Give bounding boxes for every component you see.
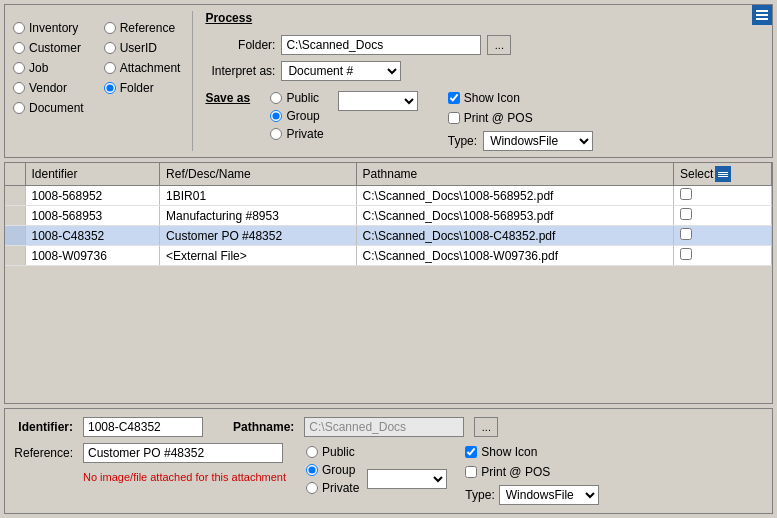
- show-icon-label-top: Show Icon: [464, 91, 520, 105]
- type-label-bottom: Type:: [465, 488, 494, 502]
- table-menu-icon[interactable]: [715, 166, 731, 182]
- radio-private-bottom[interactable]: [306, 482, 318, 494]
- radio-reference[interactable]: [104, 22, 116, 34]
- type-label-top: Type:: [448, 134, 477, 148]
- row-num: [5, 246, 25, 266]
- row-num: [5, 226, 25, 246]
- table-row: 1008-568952 1BIR01 C:\Scanned_Docs\1008-…: [5, 186, 772, 206]
- th-select: Select: [673, 163, 771, 186]
- radio-public-top[interactable]: [270, 92, 282, 104]
- print-pos-label-bottom: Print @ POS: [481, 465, 550, 479]
- cell-identifier[interactable]: 1008-568952: [25, 186, 160, 206]
- label-public-top: Public: [286, 91, 319, 105]
- folder-label: Folder:: [205, 38, 275, 52]
- radio-public-bottom[interactable]: [306, 446, 318, 458]
- radio-private-top[interactable]: [270, 128, 282, 140]
- row-num: [5, 186, 25, 206]
- cell-select: [673, 246, 771, 266]
- table-row: 1008-C48352 Customer PO #48352 C:\Scanne…: [5, 226, 772, 246]
- cell-select: [673, 186, 771, 206]
- interpret-select[interactable]: Document # Reference Identifier: [281, 61, 401, 81]
- label-job: Job: [29, 61, 48, 75]
- radio-inventory[interactable]: [13, 22, 25, 34]
- label-inventory: Inventory: [29, 21, 78, 35]
- group-select-bottom[interactable]: [367, 469, 447, 489]
- label-vendor: Vendor: [29, 81, 67, 95]
- cell-pathname[interactable]: C:\Scanned_Docs\1008-568952.pdf: [356, 186, 673, 206]
- radio-vendor[interactable]: [13, 82, 25, 94]
- label-group-top: Group: [286, 109, 319, 123]
- label-folder: Folder: [120, 81, 154, 95]
- th-identifier: Identifier: [25, 163, 160, 186]
- radio-document[interactable]: [13, 102, 25, 114]
- th-ref: Ref/Desc/Name: [160, 163, 357, 186]
- table-row: 1008-568953 Manufacturing #8953 C:\Scann…: [5, 206, 772, 226]
- type-select-top[interactable]: WindowsFile URL Email: [483, 131, 593, 151]
- label-document: Document: [29, 101, 84, 115]
- identifier-label: Identifier:: [13, 420, 73, 434]
- cell-pathname[interactable]: C:\Scanned_Docs\1008-W09736.pdf: [356, 246, 673, 266]
- show-icon-checkbox-bottom[interactable]: [465, 446, 477, 458]
- row-select-checkbox[interactable]: [680, 208, 692, 220]
- print-pos-checkbox-top[interactable]: [448, 112, 460, 124]
- row-select-checkbox[interactable]: [680, 228, 692, 240]
- cell-pathname[interactable]: C:\Scanned_Docs\1008-C48352.pdf: [356, 226, 673, 246]
- label-customer: Customer: [29, 41, 81, 55]
- pathname-browse-button[interactable]: ...: [474, 417, 498, 437]
- table-panel: Identifier Ref/Desc/Name Pathname Select: [4, 162, 773, 404]
- cell-identifier[interactable]: 1008-W09736: [25, 246, 160, 266]
- row-select-checkbox[interactable]: [680, 248, 692, 260]
- cell-select: [673, 226, 771, 246]
- bottom-panel: Identifier: Pathname: ... Reference: No …: [4, 408, 773, 514]
- cell-identifier[interactable]: 1008-568953: [25, 206, 160, 226]
- label-attachment: Attachment: [120, 61, 181, 75]
- show-icon-checkbox-top[interactable]: [448, 92, 460, 104]
- row-num: [5, 206, 25, 226]
- folder-input[interactable]: [281, 35, 481, 55]
- cell-pathname[interactable]: C:\Scanned_Docs\1008-568953.pdf: [356, 206, 673, 226]
- radio-customer[interactable]: [13, 42, 25, 54]
- radio-userid[interactable]: [104, 42, 116, 54]
- identifier-input[interactable]: [83, 417, 203, 437]
- saveas-title: Save as: [205, 91, 260, 151]
- cell-ref[interactable]: Manufacturing #8953: [160, 206, 357, 226]
- radio-folder[interactable]: [104, 82, 116, 94]
- cell-ref[interactable]: <External File>: [160, 246, 357, 266]
- label-userid: UserID: [120, 41, 157, 55]
- th-pathname: Pathname: [356, 163, 673, 186]
- cell-select: [673, 206, 771, 226]
- pathname-input[interactable]: [304, 417, 464, 437]
- reference-input[interactable]: [83, 443, 283, 463]
- interpret-label: Interpret as:: [205, 64, 275, 78]
- radio-col-2: Reference UserID Attachment Folder: [104, 21, 181, 151]
- no-image-text: No image/file attached for this attachme…: [83, 471, 286, 483]
- print-pos-label-top: Print @ POS: [464, 111, 533, 125]
- th-rownum: [5, 163, 25, 186]
- menu-icon[interactable]: [752, 5, 772, 25]
- group-select-top[interactable]: [338, 91, 418, 111]
- label-private-bottom: Private: [322, 481, 359, 495]
- radio-attachment[interactable]: [104, 62, 116, 74]
- label-group-bottom: Group: [322, 463, 355, 477]
- pathname-label: Pathname:: [233, 420, 294, 434]
- cell-ref[interactable]: 1BIR01: [160, 186, 357, 206]
- label-private-top: Private: [286, 127, 323, 141]
- show-icon-label-bottom: Show Icon: [481, 445, 537, 459]
- cell-ref[interactable]: Customer PO #48352: [160, 226, 357, 246]
- print-pos-checkbox-bottom[interactable]: [465, 466, 477, 478]
- radio-job[interactable]: [13, 62, 25, 74]
- table-row: 1008-W09736 <External File> C:\Scanned_D…: [5, 246, 772, 266]
- label-public-bottom: Public: [322, 445, 355, 459]
- cell-identifier[interactable]: 1008-C48352: [25, 226, 160, 246]
- radio-group-bottom[interactable]: [306, 464, 318, 476]
- radio-col-1: Inventory Customer Job Vendor Document: [13, 21, 84, 151]
- row-select-checkbox[interactable]: [680, 188, 692, 200]
- data-table: Identifier Ref/Desc/Name Pathname Select: [5, 163, 772, 266]
- folder-browse-button[interactable]: ...: [487, 35, 511, 55]
- process-title: Process: [205, 11, 764, 25]
- type-select-bottom[interactable]: WindowsFile URL Email: [499, 485, 599, 505]
- reference-label: Reference:: [13, 446, 73, 460]
- label-reference: Reference: [120, 21, 175, 35]
- radio-group-top[interactable]: [270, 110, 282, 122]
